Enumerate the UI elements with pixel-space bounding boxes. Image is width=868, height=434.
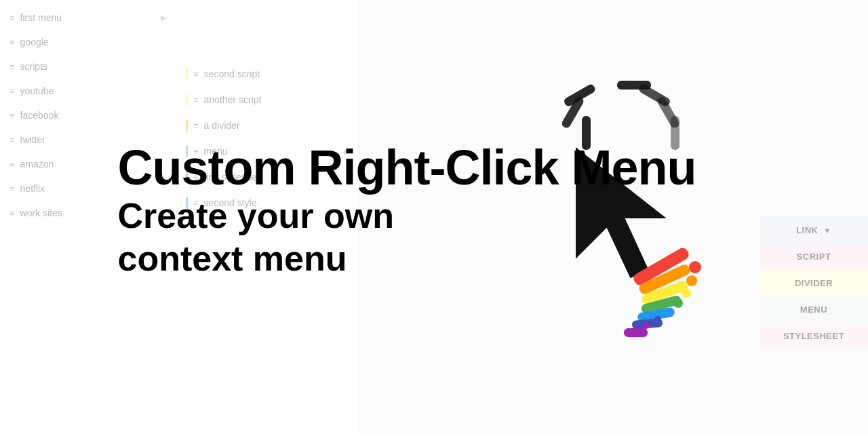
- promo-text-block: Custom Right-Click Menu Create your own …: [118, 141, 696, 279]
- svg-point-19: [664, 308, 672, 316]
- subtitle-line1: Create your own: [118, 196, 394, 235]
- svg-point-21: [643, 322, 650, 329]
- svg-point-18: [673, 298, 683, 308]
- svg-point-20: [654, 316, 661, 323]
- sub-title: Create your own context menu: [118, 195, 394, 279]
- main-title: Custom Right-Click Menu: [118, 141, 696, 195]
- subtitle-line2: context menu: [118, 239, 347, 278]
- svg-point-17: [682, 288, 691, 298]
- foreground-promo: Custom Right-Click Menu Create your own …: [0, 0, 868, 434]
- svg-rect-14: [624, 328, 648, 337]
